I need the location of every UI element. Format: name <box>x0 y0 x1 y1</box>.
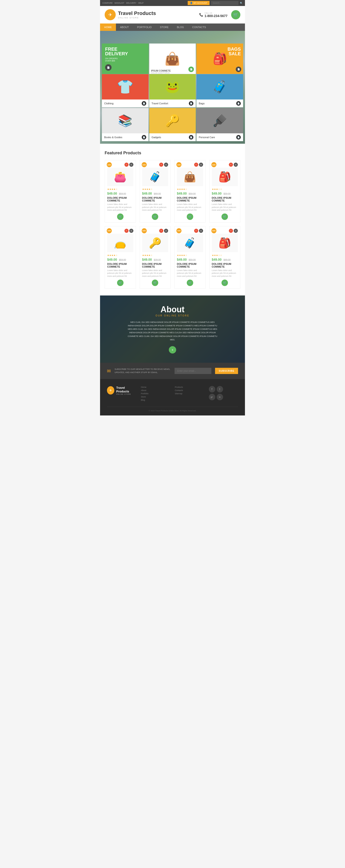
nav-blog[interactable]: BLOG <box>173 24 188 31</box>
price-row-4: $49.00 $59.00 <box>212 191 238 195</box>
bags-btn[interactable]: 📄 <box>236 101 241 106</box>
about-subtitle: OUR ONLINE STORE <box>156 314 189 317</box>
compare-btn-2[interactable]: ⚖ <box>164 163 168 167</box>
cart-icon: 🛒 <box>233 12 238 17</box>
books-category: 📚 Books & Guides 📄 <box>102 108 148 141</box>
site-title: Travel Products <box>118 10 156 17</box>
add-to-cart-1[interactable]: 🛒 <box>117 214 124 220</box>
price-8: $49.00 <box>212 258 222 261</box>
product-img-3: 👜 <box>177 168 203 186</box>
travel-comfort-btn[interactable]: 📄 <box>189 101 194 106</box>
wishlist-btn-3[interactable]: + <box>194 163 198 167</box>
footer-portfolio-link[interactable]: Portfolio <box>141 393 170 395</box>
add-to-cart-6[interactable]: 🛒 <box>152 280 158 286</box>
add-to-cart-4[interactable]: 🛒 <box>221 214 228 220</box>
googleplus-btn[interactable]: g+ <box>209 394 215 400</box>
books-label-row: Books & Guides 📄 <box>102 133 148 141</box>
wishlist-btn-2[interactable]: + <box>159 163 163 167</box>
footer-products-link[interactable]: Products <box>175 386 204 388</box>
add-to-cart-5[interactable]: 🛒 <box>117 280 124 286</box>
nav-contacts[interactable]: CONTACTS <box>188 24 210 31</box>
clothing-btn[interactable]: 📄 <box>142 101 146 106</box>
newsletter-email-input[interactable] <box>175 368 211 374</box>
compare-btn-8[interactable]: ⚖ <box>234 229 238 233</box>
compare-btn-3[interactable]: ⚖ <box>199 163 203 167</box>
footer-contacts-link[interactable]: Contacts <box>175 389 204 392</box>
product-desc-3: Lorem fales dolor and polorum plic frit … <box>177 203 203 212</box>
footer-site-subtitle: ONLINE STORE <box>116 393 136 395</box>
footer-about-link[interactable]: About <box>141 389 170 392</box>
user-icon: 👤 <box>190 2 193 4</box>
travel-comfort-category: 🐸 Travel Comfort 📄 <box>149 74 196 107</box>
compare-btn-4[interactable]: ⚖ <box>234 163 238 167</box>
free-delivery-btn[interactable]: 📄 <box>105 64 111 71</box>
bags-img: 🧳 <box>197 74 243 99</box>
wishlist-btn-6[interactable]: + <box>159 229 163 233</box>
footer-blog-link[interactable]: Blog <box>141 399 170 401</box>
facebook-btn[interactable]: f <box>209 386 215 393</box>
bag-image: 👜 <box>165 51 180 66</box>
delivery-link[interactable]: DELIVERY <box>126 2 136 4</box>
about-more-btn[interactable]: + <box>169 346 176 353</box>
travel-comfort-img: 🐸 <box>149 74 196 99</box>
bags-sale-btn[interactable]: 📄 <box>236 67 241 72</box>
phone-area: 📞 CALL US 1-800-234-5677 <box>199 12 228 18</box>
my-account-button[interactable]: 👤 MY ACCOUNT <box>188 1 210 5</box>
search-icon[interactable]: 🔍 <box>240 2 243 4</box>
books-btn[interactable]: 📄 <box>142 135 146 140</box>
compare-link[interactable]: COMPARE <box>102 2 113 4</box>
clothing-img: 👕 <box>102 74 148 99</box>
footer-home-link[interactable]: Home <box>141 386 170 388</box>
add-to-cart-7[interactable]: 🛒 <box>187 280 193 286</box>
product-desc-1: Lorem fales dolor and polorum plic frit … <box>107 203 133 212</box>
add-to-cart-3[interactable]: 🛒 <box>187 214 193 220</box>
gadgets-category: 🔑 Gadgets 📄 <box>149 108 196 141</box>
nav-portfolio[interactable]: PORTFOLIO <box>133 24 156 31</box>
wishlist-btn-1[interactable]: + <box>125 163 129 167</box>
product-card-3: sale + ⚖ 👜 ★★★★☆ $49.00 $59.00 DOLORE IP… <box>174 160 206 222</box>
gadgets-img: 🔑 <box>149 108 196 133</box>
compare-btn-6[interactable]: ⚖ <box>164 229 168 233</box>
product-card-6: sale + ⚖ 🔑 ★★★★☆ $49.00 $39.00 DOLORE IP… <box>140 226 171 288</box>
footer-store-link[interactable]: Store <box>141 396 170 398</box>
product-img-6: 🔑 <box>142 234 168 252</box>
wishlist-btn-8[interactable]: + <box>229 229 233 233</box>
nav-home[interactable]: HOME <box>100 24 116 31</box>
linkedin-btn[interactable]: in <box>217 394 223 400</box>
old-price-1: $59.00 <box>119 192 126 195</box>
wishlist-btn-4[interactable]: + <box>229 163 233 167</box>
search-input[interactable] <box>211 1 239 5</box>
price-2: $49.00 <box>142 192 152 195</box>
books-icon: 📚 <box>118 114 132 127</box>
add-to-cart-8[interactable]: 🛒 <box>221 280 228 286</box>
add-to-cart-2[interactable]: 🛒 <box>152 214 158 220</box>
footer-logo-column: ✈ Travel Products ONLINE STORE <box>107 386 136 402</box>
product-img-2: 🧳 <box>142 168 168 186</box>
about-section: About OUR ONLINE STORE MES CLMI, DIA SED… <box>100 296 245 363</box>
bags-label: Bags <box>199 102 204 105</box>
featured-title: Featured Products <box>105 151 240 155</box>
wishlist-btn-7[interactable]: + <box>194 229 198 233</box>
compare-btn-7[interactable]: ⚖ <box>199 229 203 233</box>
newsletter-subscribe-btn[interactable]: SUBSCRIBE <box>215 368 238 374</box>
wishlist-link[interactable]: WISHLIST <box>114 2 125 4</box>
personal-care-btn[interactable]: 📄 <box>236 135 241 140</box>
compare-btn-1[interactable]: ⚖ <box>129 163 133 167</box>
travel-comfort-label: Travel Comfort <box>151 102 168 105</box>
wishlist-btn-5[interactable]: + <box>125 229 129 233</box>
gadgets-btn[interactable]: 📄 <box>189 135 194 140</box>
old-price-8: $99.00 <box>223 259 231 261</box>
product-emoji-8: 🎒 <box>218 237 231 249</box>
help-link[interactable]: HELP <box>138 2 144 4</box>
bags-sale-text: BAGS SALE <box>228 47 241 56</box>
nav-store[interactable]: STORE <box>156 24 173 31</box>
product-emoji-5: 👝 <box>114 237 127 249</box>
twitter-btn[interactable]: t <box>217 386 223 393</box>
compare-btn-5[interactable]: ⚖ <box>129 229 133 233</box>
product-card-7: sale + ⚖ 🧳 ★★★★☆ $49.00 $59.00 DOLORE IP… <box>174 226 206 288</box>
footer-sitemap-link[interactable]: Sitemap <box>175 393 204 395</box>
price-row-2: $49.00 $89.00 <box>142 191 168 195</box>
nav-about[interactable]: ABOUT <box>116 24 133 31</box>
center-banner-btn[interactable]: 📄 <box>188 67 194 72</box>
cart-button[interactable]: 🛒 <box>231 10 240 19</box>
